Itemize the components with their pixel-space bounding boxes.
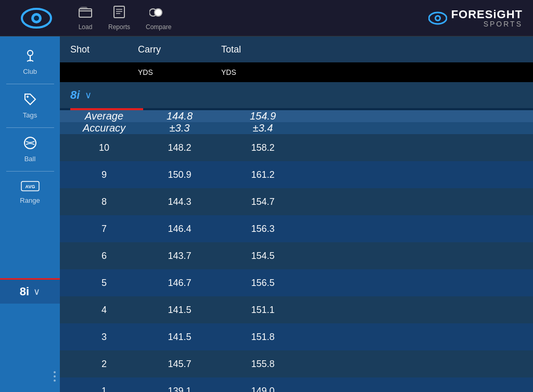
content-area: Shot Carry Total YDS YDS 8i ∨ Average 14… (60, 36, 533, 392)
club-selector-row: 8i ∨ (60, 82, 533, 108)
table-row: 9 150.9 161.2 (60, 161, 533, 188)
brand-sports: SPORTS (451, 20, 523, 28)
acc-total: ±3.4 (221, 122, 304, 134)
row-carry: 141.5 (138, 332, 221, 343)
sidebar-tags-label: Tags (23, 111, 37, 119)
svg-text:AVG: AVG (25, 184, 35, 189)
scroll-dot-2 (54, 375, 56, 377)
sidebar-divider-2 (6, 127, 54, 128)
svg-rect-3 (79, 9, 92, 17)
nav-compare[interactable]: Compare (146, 6, 171, 31)
row-shot: 10 (70, 142, 138, 153)
row-carry: 146.4 (138, 224, 221, 234)
svg-point-16 (24, 137, 36, 149)
brand-logo: FORESiGHT SPORTS (428, 9, 523, 28)
club-filter-chevron[interactable]: ∨ (85, 89, 92, 101)
sidebar-club-label: Club (23, 68, 37, 75)
data-rows-container: 10 148.2 158.2 9 150.9 161.2 8 144.3 154… (60, 134, 533, 392)
row-total: 151.1 (221, 305, 304, 316)
tags-icon (23, 93, 37, 109)
svg-rect-9 (155, 9, 162, 16)
table-row: 3 141.5 151.8 (60, 323, 533, 350)
table-row: 8 144.3 154.7 (60, 188, 533, 215)
row-shot: 5 (70, 278, 138, 289)
row-shot: 3 (70, 332, 138, 343)
data-table: Average 144.8 154.9 Accuracy ±3.3 ±3.4 1… (60, 110, 533, 392)
row-carry: 150.9 (138, 169, 221, 180)
brand-foresight: FORESiGHT (451, 9, 523, 20)
sidebar-divider-1 (6, 84, 54, 84)
acc-label: Accuracy (70, 122, 138, 134)
sidebar-divider-3 (6, 171, 54, 172)
row-total: 149.0 (221, 386, 304, 393)
unit-total: YDS (221, 68, 304, 76)
table-row: 1 139.1 149.0 (60, 377, 533, 392)
average-row: Average 144.8 154.9 (60, 110, 533, 122)
svg-point-12 (436, 17, 439, 20)
nav-reports[interactable]: Reports (108, 6, 130, 31)
svg-point-13 (28, 50, 33, 56)
row-shot: 6 (70, 251, 138, 262)
svg-point-2 (34, 16, 39, 21)
svg-point-15 (27, 96, 29, 98)
sidebar-club-selector[interactable]: 8i ∨ (0, 278, 60, 304)
row-carry: 148.2 (138, 142, 221, 153)
row-total: 154.7 (221, 197, 304, 207)
row-total: 154.5 (221, 251, 304, 262)
scroll-dot-1 (54, 371, 56, 373)
sidebar-scroll-dots (0, 371, 60, 382)
club-icon (23, 48, 37, 66)
nav-items: Load Reports Compare (78, 6, 171, 31)
row-carry: 141.5 (138, 305, 221, 316)
sidebar-range-label: Range (20, 197, 40, 204)
row-total: 151.8 (221, 332, 304, 343)
sidebar-item-ball[interactable]: Ball (0, 130, 60, 169)
nav-reports-label: Reports (108, 23, 130, 31)
unit-carry: YDS (138, 68, 221, 76)
row-shot: 7 (70, 224, 138, 234)
range-icon: AVG (21, 180, 40, 194)
ball-icon (23, 136, 37, 153)
sidebar-item-range[interactable]: AVG Range (0, 174, 60, 211)
col-header-carry: Carry (138, 44, 221, 55)
sidebar-item-club[interactable]: Club (0, 42, 60, 82)
units-row: YDS YDS (60, 62, 533, 82)
app-logo (10, 5, 62, 31)
row-total: 156.3 (221, 224, 304, 234)
row-total: 156.5 (221, 278, 304, 289)
main-layout: Club Tags Ball (0, 36, 533, 392)
row-shot: 4 (70, 305, 138, 316)
nav-compare-label: Compare (146, 23, 171, 31)
col-header-shot: Shot (70, 44, 138, 55)
row-shot: 9 (70, 169, 138, 180)
table-row: 2 145.7 155.8 (60, 350, 533, 377)
avg-total: 154.9 (221, 110, 304, 122)
table-row: 6 143.7 154.5 (60, 242, 533, 269)
row-shot: 2 (70, 359, 138, 370)
table-header-row: Shot Carry Total (60, 36, 533, 62)
sidebar-item-tags[interactable]: Tags (0, 86, 60, 125)
row-total: 158.2 (221, 142, 304, 153)
row-total: 161.2 (221, 169, 304, 180)
row-carry: 139.1 (138, 386, 221, 393)
table-row: 5 146.7 156.5 (60, 269, 533, 296)
table-row: 10 148.2 158.2 (60, 134, 533, 161)
row-carry: 146.7 (138, 278, 221, 289)
row-total: 155.8 (221, 359, 304, 370)
row-carry: 145.7 (138, 359, 221, 370)
brand-text: FORESiGHT SPORTS (451, 9, 523, 28)
nav-load[interactable]: Load (78, 6, 93, 31)
load-icon (78, 6, 93, 21)
row-shot: 1 (70, 386, 138, 393)
sidebar: Club Tags Ball (0, 36, 60, 392)
avg-label: Average (70, 110, 138, 122)
club-filter-label: 8i (70, 88, 80, 102)
club-dropdown-icon[interactable]: ∨ (33, 286, 40, 297)
col-header-total: Total (221, 44, 304, 55)
nav-load-label: Load (79, 23, 93, 31)
acc-carry: ±3.3 (138, 122, 221, 134)
compare-icon (149, 6, 168, 21)
accuracy-row: Accuracy ±3.3 ±3.4 (60, 122, 533, 134)
row-carry: 144.3 (138, 197, 221, 207)
row-shot: 8 (70, 197, 138, 207)
